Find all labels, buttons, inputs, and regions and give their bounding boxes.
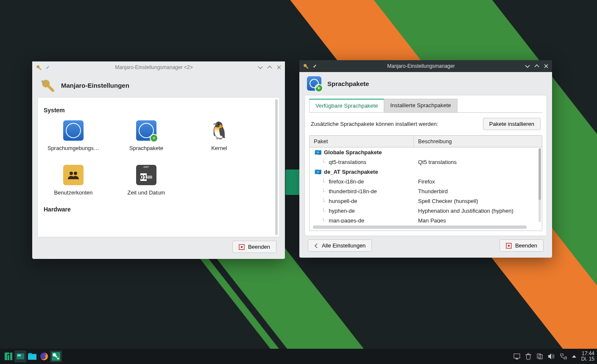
- minimize-icon[interactable]: [525, 64, 530, 69]
- system-tray: 17:44 Di. 15: [513, 351, 594, 362]
- quit-button[interactable]: Beenden: [499, 239, 544, 252]
- scrollbar-horizontal[interactable]: [313, 225, 527, 229]
- window-settings-overview: Manjaro-Einstellungsmanager <2> Manjaro-…: [32, 61, 285, 259]
- wrench-icon: [40, 78, 55, 93]
- globe-plus-icon: [307, 76, 321, 91]
- item-kernel[interactable]: 🐧 Kernel: [190, 120, 249, 151]
- window-language-packs: Manjaro-Einstellungsmanager Sprachpakete…: [299, 60, 552, 258]
- task-settings-manager[interactable]: [50, 350, 62, 362]
- globe-plus-icon: [136, 120, 156, 141]
- svg-rect-12: [514, 354, 520, 358]
- chevron-up-icon[interactable]: [572, 355, 576, 358]
- page-title: Manjaro-Einstellungen: [61, 82, 129, 89]
- svg-rect-3: [241, 246, 243, 248]
- maximize-icon[interactable]: [267, 65, 272, 70]
- package-row[interactable]: └qt5-translationsQt5 translations: [310, 157, 542, 167]
- content-area: Verfügbare Sprachpakete Installierte Spr…: [304, 95, 547, 236]
- quit-icon: [239, 244, 245, 250]
- svg-rect-16: [561, 354, 563, 356]
- all-settings-button[interactable]: Alle Einstellungen: [308, 239, 372, 252]
- subtext: Zusätzliche Sprachpakete können installi…: [311, 121, 438, 127]
- category-system: System: [42, 104, 275, 117]
- content-area: System Sprachumgebungs… Sprachpakete 🐧 K…: [37, 97, 280, 237]
- svg-rect-7: [17, 354, 21, 356]
- task-firefox[interactable]: [38, 350, 50, 362]
- svg-rect-5: [508, 245, 510, 247]
- col-package[interactable]: Paket: [310, 136, 414, 147]
- chevron-left-icon: [314, 243, 318, 248]
- volume-icon[interactable]: [548, 353, 555, 359]
- tux-icon: 🐧: [209, 120, 229, 141]
- col-description[interactable]: Beschreibung: [414, 136, 542, 147]
- start-menu-button[interactable]: [3, 350, 14, 362]
- tab-available[interactable]: Verfügbare Sprachpakete: [309, 99, 384, 112]
- titlebar[interactable]: Manjaro-Einstellungsmanager: [299, 60, 552, 72]
- window-title: Manjaro-Einstellungsmanager <2>: [50, 64, 258, 70]
- quit-icon: [506, 243, 512, 249]
- minimize-icon[interactable]: [258, 65, 263, 70]
- scrollbar[interactable]: [538, 148, 541, 222]
- package-table: Paket Beschreibung 🇺🇳Globale Sprachpaket…: [309, 135, 542, 231]
- users-icon: [63, 165, 84, 185]
- desktop-icon: [17, 353, 24, 359]
- flag-icon: 🇺🇳: [314, 149, 322, 156]
- package-group[interactable]: 🇺🇳Globale Sprachpakete: [310, 147, 542, 157]
- task-desktop[interactable]: [14, 350, 26, 362]
- window-title: Manjaro-Einstellungsmanager: [317, 63, 525, 69]
- package-group[interactable]: 🇺🇳de_AT Sprachpakete: [310, 167, 542, 177]
- tabs: Verfügbare Sprachpakete Installierte Spr…: [309, 99, 542, 113]
- manjaro-icon: [5, 353, 12, 360]
- svg-point-1: [74, 172, 77, 175]
- firefox-icon: [40, 352, 48, 361]
- package-row[interactable]: └hunspell-deSpell Checker (hunspell): [310, 196, 542, 206]
- item-locale[interactable]: Sprachumgebungs…: [44, 120, 103, 151]
- date: Di. 15: [581, 356, 594, 362]
- trash-icon[interactable]: [525, 353, 531, 360]
- task-files[interactable]: [26, 350, 38, 362]
- tab-installed[interactable]: Installierte Sprachpakete: [384, 99, 457, 112]
- package-row[interactable]: └firefox-i18n-deFirefox: [310, 177, 542, 186]
- package-row[interactable]: └man-pages-deMan Pages: [310, 216, 542, 223]
- maximize-icon[interactable]: [534, 64, 539, 69]
- quit-button[interactable]: Beenden: [232, 241, 276, 253]
- item-users[interactable]: Benutzerkonten: [44, 165, 103, 196]
- scrollbar[interactable]: [275, 99, 278, 235]
- category-hardware: Hardware: [42, 203, 275, 216]
- install-button[interactable]: Pakete installieren: [483, 118, 541, 130]
- calendar-icon: 01JAN: [136, 165, 156, 185]
- package-row[interactable]: └thunderbird-i18n-deThunderbird: [310, 186, 542, 196]
- wrench-icon: [303, 63, 309, 69]
- clock[interactable]: 17:44 Di. 15: [581, 351, 594, 362]
- pin-icon[interactable]: [45, 65, 50, 70]
- svg-point-0: [70, 172, 73, 175]
- network-icon[interactable]: [560, 353, 567, 359]
- close-icon[interactable]: [276, 65, 282, 70]
- package-row[interactable]: └hyphen-deHyphenation and Justification …: [310, 206, 542, 216]
- titlebar[interactable]: Manjaro-Einstellungsmanager <2>: [32, 61, 285, 73]
- settings-manager-icon: [52, 352, 60, 361]
- close-icon[interactable]: [544, 64, 549, 69]
- folder-icon: [28, 353, 36, 360]
- page-header: Sprachpakete: [299, 72, 552, 95]
- item-language-packs[interactable]: Sprachpakete: [117, 120, 176, 151]
- pin-icon[interactable]: [312, 64, 317, 69]
- globe-icon: [63, 120, 84, 141]
- page-header: Manjaro-Einstellungen: [32, 73, 285, 97]
- flag-icon: 🇺🇳: [314, 169, 322, 175]
- svg-rect-13: [516, 358, 518, 359]
- item-time-date[interactable]: 01JAN Zeit und Datum: [117, 165, 176, 196]
- clipboard-icon[interactable]: [536, 353, 543, 360]
- desktop-tray-icon[interactable]: [513, 353, 520, 359]
- svg-rect-8: [28, 355, 36, 360]
- wrench-icon: [36, 64, 42, 70]
- taskbar: 17:44 Di. 15: [0, 349, 597, 364]
- page-title: Sprachpakete: [327, 80, 369, 87]
